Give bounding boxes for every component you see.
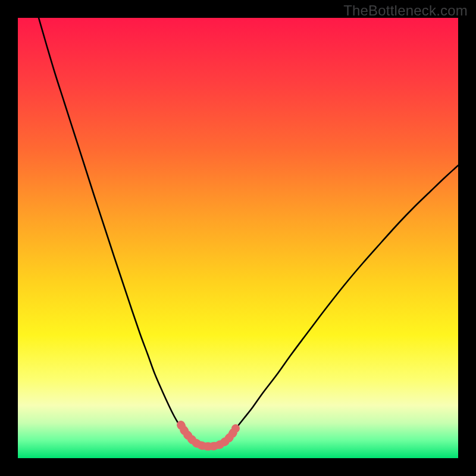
series-valley-band (181, 425, 236, 446)
watermark-text: TheBottleneck.com (343, 2, 468, 19)
chart-container: TheBottleneck.com (0, 0, 476, 476)
series-left-curve (39, 18, 186, 434)
curves-layer (18, 18, 458, 458)
plot-area (18, 18, 458, 458)
series-right-curve (231, 165, 458, 434)
